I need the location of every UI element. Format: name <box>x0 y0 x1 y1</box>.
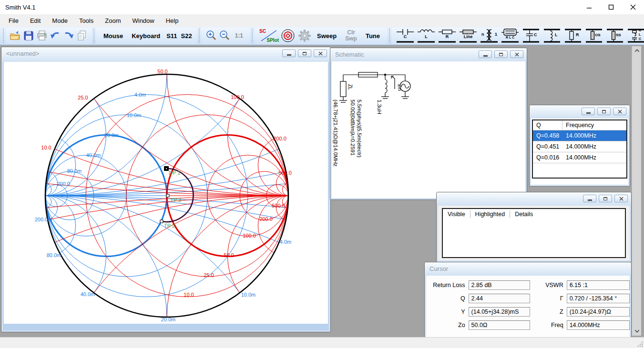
close-button[interactable] <box>622 0 644 14</box>
details-window-titlebar[interactable] <box>437 192 631 206</box>
points-column-frequency[interactable]: Frequency <box>562 120 626 130</box>
smith-chart[interactable]: 50.025.010.0100.0200.0500.0500.0200.0100… <box>4 62 328 324</box>
marker-tp3[interactable] <box>166 194 169 197</box>
mouse-mode-button[interactable]: Mouse <box>99 32 127 40</box>
open-icon[interactable] <box>9 29 22 42</box>
schematic-window-title: Schematic <box>335 51 364 58</box>
schematic-window-content: ZL Zin (46.78+j21.41)Ω@14.0MHz 50.0Ω|0dB… <box>332 61 525 198</box>
component-label: C <box>534 32 537 37</box>
marker-tp2[interactable] <box>160 220 163 223</box>
details-table-header: VisibleHighlightedDetails <box>443 209 625 219</box>
grid-label: 200.0 <box>273 136 286 141</box>
details-column-visible[interactable]: Visible <box>443 210 470 218</box>
toolbar-parallel-rlc-button[interactable]: R L C <box>500 28 520 44</box>
menu-item-window[interactable]: Window <box>126 14 160 27</box>
menu-item-help[interactable]: Help <box>160 14 184 27</box>
redo-icon[interactable] <box>62 29 75 42</box>
maximize-button[interactable] <box>600 0 622 14</box>
details-column-highlighted[interactable]: Highlighted <box>470 210 511 218</box>
points-table-row[interactable]: Q=0.01614.000MHz <box>533 152 626 163</box>
sc-splot-toggle-button[interactable]: SC SPlot <box>257 28 279 43</box>
resize-grip[interactable] <box>638 342 643 347</box>
cursor-value-zo[interactable]: 50.0Ω <box>469 320 530 330</box>
points-table-row[interactable]: Q=0.45814.000MHz <box>533 130 626 141</box>
tune-button[interactable]: Tune <box>361 32 384 40</box>
chart-window-close-button[interactable] <box>314 50 327 57</box>
component-label: C <box>404 34 407 39</box>
points-table-row[interactable]: Q=0.45114.000MHz <box>533 141 626 152</box>
points-window-minimize-button[interactable] <box>582 108 595 115</box>
schematic-window-titlebar[interactable]: Schematic <box>330 48 527 61</box>
smith-target-icon[interactable] <box>279 28 296 43</box>
grid-label: 40.0m <box>86 152 101 158</box>
print-icon[interactable] <box>35 29 49 42</box>
toolbar-shunt-inductor-button[interactable]: L <box>542 28 562 44</box>
vertical-scrollbar[interactable] <box>632 46 641 336</box>
zoom-toolbar-group: 1:1 <box>202 28 250 44</box>
cursor-value-γ[interactable]: 0.720 / -125.354 ° <box>567 294 630 303</box>
scroll-down-arrow[interactable] <box>632 327 642 336</box>
points-window-titlebar[interactable] <box>530 105 630 119</box>
toolbar-shunt-rlc-button[interactable]: R L C <box>626 28 644 44</box>
points-window-restore-button[interactable] <box>597 108 611 115</box>
menu-item-tools[interactable]: Tools <box>73 14 99 27</box>
line-value-label-1[interactable]: 50.0Ω|0dB/m|λ=0.2591 <box>350 99 356 156</box>
inductor-value-label[interactable]: 1.3uH <box>377 99 382 114</box>
keyboard-mode-button[interactable]: Keyboard <box>127 32 164 40</box>
toolbar-series-resistor-button[interactable]: R <box>437 28 457 44</box>
menu-item-zoom[interactable]: Zoom <box>99 14 126 27</box>
component-label: Line <box>464 34 473 39</box>
menu-item-edit[interactable]: Edit <box>24 14 46 27</box>
settings-gear-icon[interactable] <box>296 28 313 43</box>
scroll-up-arrow[interactable] <box>632 46 642 55</box>
line-value-label-2[interactable]: 5.5m(phys)|5.5m(electr) <box>357 99 362 158</box>
save-icon[interactable] <box>22 29 35 42</box>
file-toolbar-group <box>6 28 92 44</box>
zoom-ratio-button[interactable]: 1:1 <box>231 32 247 39</box>
schematic-window-close-button[interactable] <box>510 50 523 58</box>
clear-sweep-button[interactable]: Clr Swp <box>341 30 361 42</box>
toolbar-transmission-line-button[interactable]: Line <box>458 28 478 44</box>
details-window-minimize-button[interactable] <box>583 195 596 202</box>
toolbar-separator <box>3 29 4 43</box>
cursor-value-freq[interactable]: 14.000MHz <box>567 320 630 330</box>
toolbar-open-stub-button[interactable]: OS <box>584 28 604 44</box>
details-column-details[interactable]: Details <box>510 210 538 218</box>
toolbar-shorted-stub-button[interactable]: SS <box>605 28 625 44</box>
toolbar-shunt-capacitor-button[interactable]: C <box>521 28 541 44</box>
toolbar-transformer-button[interactable]: n1 <box>479 28 499 44</box>
zoom-out-icon[interactable] <box>218 29 231 42</box>
details-window-restore-button[interactable] <box>599 195 612 202</box>
menu-item-mode[interactable]: Mode <box>46 14 73 27</box>
chart-window-titlebar[interactable]: <unnamed> <box>1 47 330 62</box>
sweep-button[interactable]: Sweep <box>313 32 341 40</box>
toolbar-series-capacitor-button[interactable]: C <box>395 28 415 44</box>
smith-chart-canvas[interactable]: 50.025.010.0100.0200.0500.0500.0200.0100… <box>4 62 328 324</box>
points-window-close-button[interactable] <box>613 108 626 115</box>
copy-icon[interactable] <box>75 29 89 42</box>
cursor-value-z[interactable]: (10.24-j24.97)Ω <box>567 307 630 317</box>
cursor-value-return-loss[interactable]: 2.85 dB <box>469 280 530 290</box>
chart-window-restore-button[interactable] <box>298 50 311 57</box>
chart-window-minimize-button[interactable] <box>282 50 296 57</box>
schematic-window-minimize-button[interactable] <box>479 50 492 58</box>
toolbar-series-inductor-button[interactable]: L <box>416 28 436 44</box>
menu-item-file[interactable]: File <box>3 14 24 27</box>
s11-button[interactable]: S11 <box>164 32 179 40</box>
s22-button[interactable]: S22 <box>179 32 194 40</box>
details-table: VisibleHighlightedDetails <box>442 208 626 258</box>
points-column-q[interactable]: Q <box>533 120 562 130</box>
points-window-content: QFrequency Q=0.45814.000MHzQ=0.45114.000… <box>531 119 628 185</box>
undo-icon[interactable] <box>49 29 62 42</box>
minimize-button[interactable] <box>578 0 600 14</box>
schematic-window-restore-button[interactable] <box>494 50 508 58</box>
zoom-in-icon[interactable] <box>204 29 218 42</box>
load-value-label[interactable]: (46.78+j21.41)Ω@14.0MHz <box>333 99 338 167</box>
details-window-close-button[interactable] <box>614 195 628 202</box>
cursor-value-q[interactable]: 2.44 <box>469 294 530 303</box>
toolbar-shunt-resistor-button[interactable]: R <box>563 28 583 44</box>
cursor-value-y[interactable]: (14.05+j34.28)mS <box>469 307 530 317</box>
cursor-value-vswr[interactable]: 6.15 :1 <box>567 280 630 290</box>
window-controls <box>578 0 644 14</box>
cursor-window-titlebar[interactable]: Cursor <box>425 262 631 276</box>
